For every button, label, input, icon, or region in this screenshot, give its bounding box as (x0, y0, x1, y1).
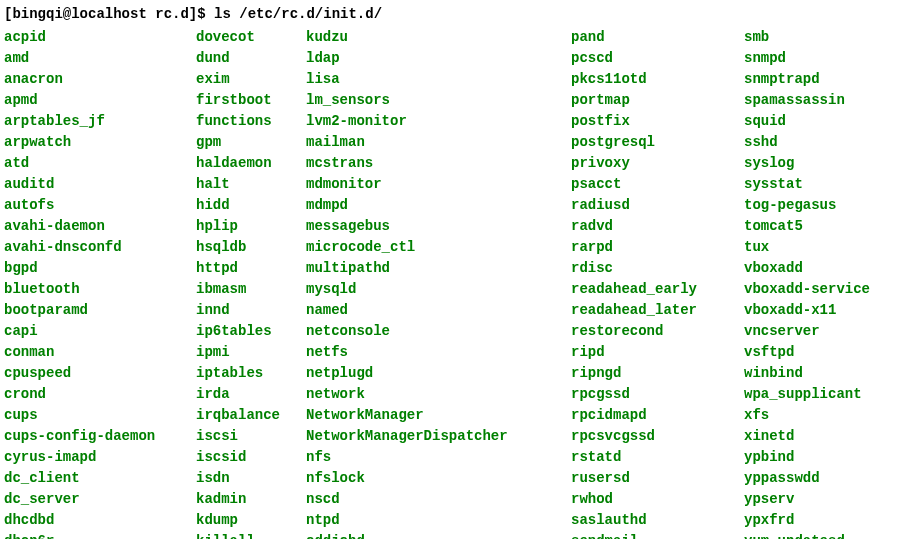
file-entry: ripd (571, 342, 744, 363)
file-entry: crond (4, 384, 196, 405)
file-entry: hplip (196, 216, 306, 237)
file-entry: tux (744, 237, 870, 258)
file-entry: apmd (4, 90, 196, 111)
file-entry: snmpd (744, 48, 870, 69)
file-entry: iscsid (196, 447, 306, 468)
output-column: kudzuldaplisalm_sensorslvm2-monitormailm… (306, 27, 571, 539)
file-entry: iscsi (196, 426, 306, 447)
output-column: dovecotdundeximfirstbootfunctionsgpmhald… (196, 27, 306, 539)
file-entry: kudzu (306, 27, 571, 48)
file-entry: winbind (744, 363, 870, 384)
file-entry: NetworkManager (306, 405, 571, 426)
file-entry: spamassassin (744, 90, 870, 111)
file-entry: mysqld (306, 279, 571, 300)
file-entry: amd (4, 48, 196, 69)
file-entry: dhcdbd (4, 510, 196, 531)
file-entry: rpcidmapd (571, 405, 744, 426)
prompt-user-host: [bingqi@localhost rc.d]$ (4, 6, 214, 22)
file-entry: rpcsvcgssd (571, 426, 744, 447)
file-entry: ripngd (571, 363, 744, 384)
file-entry: ldap (306, 48, 571, 69)
file-entry: anacron (4, 69, 196, 90)
file-entry: gpm (196, 132, 306, 153)
file-entry: auditd (4, 174, 196, 195)
file-entry: rusersd (571, 468, 744, 489)
file-entry: NetworkManagerDispatcher (306, 426, 571, 447)
file-entry: ypbind (744, 447, 870, 468)
output-column: smbsnmpdsnmptrapdspamassassinsquidsshdsy… (744, 27, 870, 539)
file-entry: iptables (196, 363, 306, 384)
file-entry: psacct (571, 174, 744, 195)
file-entry: mailman (306, 132, 571, 153)
file-entry: netfs (306, 342, 571, 363)
file-entry: multipathd (306, 258, 571, 279)
file-entry: ypxfrd (744, 510, 870, 531)
file-entry: acpid (4, 27, 196, 48)
file-entry: postfix (571, 111, 744, 132)
file-entry: dc_client (4, 468, 196, 489)
file-entry: avahi-daemon (4, 216, 196, 237)
file-entry: hidd (196, 195, 306, 216)
file-entry: microcode_ctl (306, 237, 571, 258)
file-entry: syslog (744, 153, 870, 174)
file-entry: cpuspeed (4, 363, 196, 384)
file-entry: conman (4, 342, 196, 363)
file-entry: tog-pegasus (744, 195, 870, 216)
file-entry: cyrus-imapd (4, 447, 196, 468)
file-entry: firstboot (196, 90, 306, 111)
file-entry: dund (196, 48, 306, 69)
file-entry: smb (744, 27, 870, 48)
file-entry: lvm2-monitor (306, 111, 571, 132)
file-entry: lisa (306, 69, 571, 90)
file-entry: bluetooth (4, 279, 196, 300)
file-entry: isdn (196, 468, 306, 489)
file-entry: portmap (571, 90, 744, 111)
file-entry: restorecond (571, 321, 744, 342)
file-entry: radvd (571, 216, 744, 237)
file-entry: kdump (196, 510, 306, 531)
file-entry: vboxadd-x11 (744, 300, 870, 321)
file-entry: httpd (196, 258, 306, 279)
file-entry: ipmi (196, 342, 306, 363)
terminal-prompt: [bingqi@localhost rc.d]$ ls /etc/rc.d/in… (4, 4, 910, 25)
file-entry: nscd (306, 489, 571, 510)
file-entry: postgresql (571, 132, 744, 153)
file-entry: tomcat5 (744, 216, 870, 237)
file-entry: squid (744, 111, 870, 132)
file-entry: xinetd (744, 426, 870, 447)
file-entry: rstatd (571, 447, 744, 468)
file-entry: mdmpd (306, 195, 571, 216)
file-entry: vsftpd (744, 342, 870, 363)
ls-output: acpidamdanacronapmdarptables_jfarpwatcha… (4, 27, 910, 539)
file-entry: nfslock (306, 468, 571, 489)
file-entry: dhcp6r (4, 531, 196, 539)
file-entry: halt (196, 174, 306, 195)
file-entry: vncserver (744, 321, 870, 342)
file-entry: killall (196, 531, 306, 539)
file-entry: vboxadd (744, 258, 870, 279)
prompt-command: ls /etc/rc.d/init.d/ (214, 6, 382, 22)
file-entry: exim (196, 69, 306, 90)
file-entry: wpa_supplicant (744, 384, 870, 405)
file-entry: mdmonitor (306, 174, 571, 195)
file-entry: netplugd (306, 363, 571, 384)
file-entry: rarpd (571, 237, 744, 258)
file-entry: readahead_early (571, 279, 744, 300)
file-entry: arpwatch (4, 132, 196, 153)
file-entry: ip6tables (196, 321, 306, 342)
file-entry: dovecot (196, 27, 306, 48)
file-entry: atd (4, 153, 196, 174)
file-entry: bootparamd (4, 300, 196, 321)
file-entry: dc_server (4, 489, 196, 510)
file-entry: ypserv (744, 489, 870, 510)
file-entry: sendmail (571, 531, 744, 539)
file-entry: rpcgssd (571, 384, 744, 405)
file-entry: haldaemon (196, 153, 306, 174)
file-entry: privoxy (571, 153, 744, 174)
file-entry: rdisc (571, 258, 744, 279)
file-entry: lm_sensors (306, 90, 571, 111)
output-column: acpidamdanacronapmdarptables_jfarpwatcha… (4, 27, 196, 539)
file-entry: messagebus (306, 216, 571, 237)
file-entry: radiusd (571, 195, 744, 216)
file-entry: cups-config-daemon (4, 426, 196, 447)
